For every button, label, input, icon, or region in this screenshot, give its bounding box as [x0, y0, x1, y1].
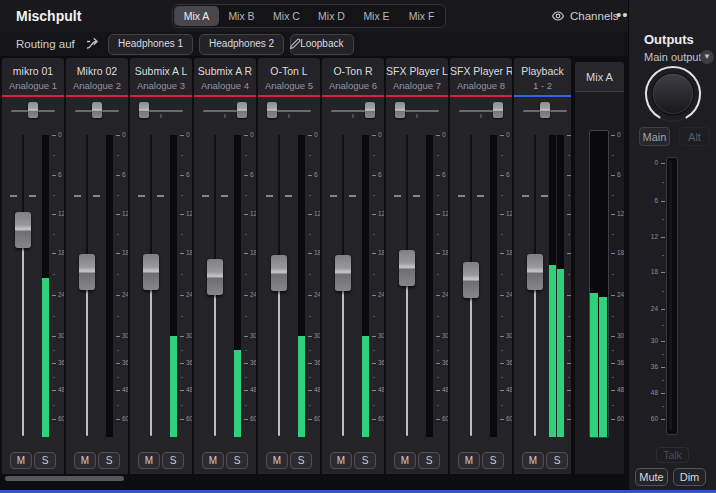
solo-button-channel[interactable]: S: [418, 452, 440, 469]
meter-scale-tick: [436, 135, 440, 136]
talk-button[interactable]: Talk: [656, 447, 689, 463]
mute-button-channel[interactable]: M: [522, 452, 544, 469]
solo-button-channel[interactable]: S: [546, 452, 568, 469]
pan-slider-handle[interactable]: [540, 102, 550, 118]
fader-handle[interactable]: [463, 262, 479, 298]
chevron-down-icon[interactable]: ▼: [700, 50, 714, 64]
channel-accent-line: [258, 95, 320, 97]
meter-scale-tick: [611, 135, 615, 136]
channel-accent-line: [2, 95, 64, 97]
alt-output-button[interactable]: Alt: [679, 127, 710, 146]
pan-slider-handle[interactable]: [493, 102, 503, 118]
meter-scale-minor-tick: [568, 316, 570, 317]
fader-unity-mark: [394, 195, 401, 197]
mute-button-channel[interactable]: M: [202, 452, 224, 469]
horizontal-scrollbar[interactable]: [5, 476, 124, 481]
meter-scale-minor-tick: [53, 155, 55, 156]
solo-button-channel[interactable]: S: [226, 452, 248, 469]
mute-button-channel[interactable]: M: [138, 452, 160, 469]
meter-scale-label: 18: [250, 249, 256, 257]
meter-scale-tick: [116, 390, 120, 391]
fader-handle[interactable]: [15, 212, 31, 248]
meter-scale-tick: [567, 253, 571, 254]
mute-button-channel[interactable]: M: [330, 452, 352, 469]
output-scale-label: 60: [635, 415, 658, 423]
tab-mix-c[interactable]: Mix C: [264, 6, 309, 26]
mute-button-channel[interactable]: M: [458, 452, 480, 469]
meter-scale-minor-tick: [437, 155, 439, 156]
meter-scale-label: 18: [617, 249, 624, 257]
meter-scale-label: 12: [314, 210, 320, 218]
fader-handle[interactable]: [143, 254, 159, 290]
pan-slider-handle[interactable]: [237, 102, 247, 118]
tab-mix-a[interactable]: Mix A: [174, 6, 219, 26]
meter-scale-tick: [308, 419, 312, 420]
tab-mix-b[interactable]: Mix B: [219, 6, 264, 26]
dim-button[interactable]: Dim: [673, 468, 706, 486]
mix-tabs: Mix AMix BMix CMix DMix EMix F: [172, 4, 446, 28]
solo-button-channel[interactable]: S: [290, 452, 312, 469]
level-meter: [557, 135, 564, 437]
tab-mix-f[interactable]: Mix F: [399, 6, 444, 26]
meter-scale-minor-tick: [501, 234, 503, 235]
meter-scale-tick: [500, 419, 504, 420]
meter-scale-tick: [567, 419, 571, 420]
meter-scale-label: 60: [442, 415, 448, 423]
meter-scale-label: 12: [58, 210, 64, 218]
mute-button-channel[interactable]: M: [394, 452, 416, 469]
meter-scale-label: 6: [58, 171, 64, 179]
fader-handle[interactable]: [335, 255, 351, 291]
meter-scale-label: 24: [442, 291, 448, 299]
tab-mix-e[interactable]: Mix E: [354, 6, 399, 26]
output-level-knob[interactable]: [642, 63, 704, 125]
output-scale-tick: [661, 309, 665, 310]
meter-scale-tick: [180, 175, 184, 176]
solo-button-channel[interactable]: S: [482, 452, 504, 469]
meter-scale-minor-tick: [437, 316, 439, 317]
routing-destination-headphones-1[interactable]: Headphones 1: [108, 34, 193, 55]
fader-handle[interactable]: [207, 259, 223, 295]
pan-slider-handle[interactable]: [365, 102, 375, 118]
output-selector[interactable]: Main outputs: [644, 51, 707, 63]
mute-button-channel[interactable]: M: [266, 452, 288, 469]
meter-scale-tick: [567, 336, 571, 337]
mute-button[interactable]: Mute: [635, 468, 668, 486]
channels-button[interactable]: Channels: [551, 0, 619, 32]
pan-slider-handle[interactable]: [395, 102, 405, 118]
mute-button-channel[interactable]: M: [74, 452, 96, 469]
solo-button-channel[interactable]: S: [354, 452, 376, 469]
meter-scale-minor-tick: [437, 405, 439, 406]
pan-slider-handle[interactable]: [92, 102, 102, 118]
fader-handle[interactable]: [271, 255, 287, 291]
route-icon[interactable]: [86, 37, 101, 51]
fader-unity-mark: [138, 195, 145, 197]
pencil-icon[interactable]: [288, 37, 302, 51]
meter-scale-minor-tick: [245, 274, 247, 275]
meter-scale-label: 0: [186, 131, 192, 139]
meter-scale-tick: [180, 135, 184, 136]
meter-scale-label: 30: [250, 332, 256, 340]
fader-unity-mark: [349, 195, 356, 197]
routing-destination-headphones-2[interactable]: Headphones 2: [199, 34, 284, 55]
meter-scale-tick: [244, 175, 248, 176]
fader-handle[interactable]: [527, 254, 543, 290]
solo-button-channel[interactable]: S: [98, 452, 120, 469]
meter-scale-label: 24: [122, 291, 128, 299]
pan-slider-handle[interactable]: [139, 102, 149, 118]
pan-slider-handle[interactable]: [267, 102, 277, 118]
solo-button-channel[interactable]: S: [162, 452, 184, 469]
mute-button-channel[interactable]: M: [10, 452, 32, 469]
tab-mix-d[interactable]: Mix D: [309, 6, 354, 26]
meter-scale-minor-tick: [181, 195, 183, 196]
channel-subtitle: Analogue 6: [322, 80, 384, 92]
meter-scale-tick: [52, 175, 56, 176]
meter-scale-label: 48: [506, 386, 512, 394]
fader-handle[interactable]: [399, 250, 415, 286]
meter-scale-minor-tick: [373, 195, 375, 196]
main-output-button[interactable]: Main: [639, 127, 670, 146]
meter-scale-tick: [372, 175, 376, 176]
meter-scale-label: 0: [378, 131, 384, 139]
pan-slider-handle[interactable]: [28, 102, 38, 118]
fader-handle[interactable]: [79, 254, 95, 290]
solo-button-channel[interactable]: S: [34, 452, 56, 469]
